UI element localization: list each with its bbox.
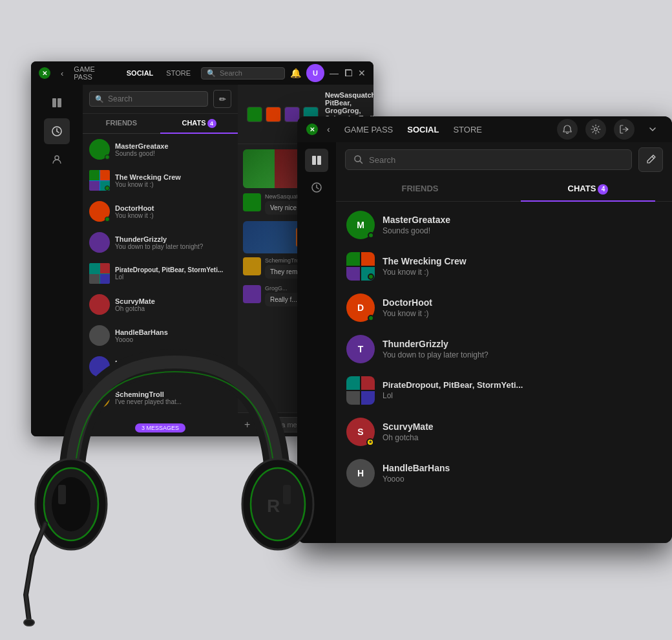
chat-name: PirateDropout, PitBear, StormYeti... [115, 266, 231, 273]
back-chat-list: MasterGreataxe Sounds good! The Wrecking [83, 134, 238, 417]
back-nav-store[interactable]: STORE [166, 69, 191, 77]
avatar [243, 285, 261, 303]
front-search-wrap[interactable] [345, 149, 632, 170]
front-compose-btn[interactable] [638, 147, 663, 172]
front-nav-back[interactable]: ‹ [327, 124, 330, 134]
header-avatar [247, 107, 262, 122]
chat-info: HandleBarHans Yoooo [383, 463, 662, 484]
front-tab-chats[interactable]: CHATS4 [504, 177, 672, 201]
front-nav-gamepass[interactable]: GAME PASS [339, 122, 399, 137]
list-item[interactable]: PirateDropout, PitBear, StormYeti... Lol [341, 370, 667, 411]
back-nav-back[interactable]: ‹ [61, 69, 63, 78]
back-search-input[interactable] [220, 69, 279, 77]
back-search-icon: 🔍 [207, 69, 216, 78]
front-chat-list: M MasterGreataxe Sounds good! [336, 204, 672, 543]
sidebar-user-icon[interactable] [44, 147, 70, 173]
list-item[interactable]: D DoctorHoot You know it :) [341, 287, 667, 328]
chat-info: PirateDropout, PitBear, StormYeti... Lol [383, 380, 662, 400]
chat-info: MasterGreataxe Sounds good! [383, 215, 662, 235]
chat-name: MasterGreataxe [115, 142, 231, 150]
svg-point-12 [44, 468, 98, 540]
add-attachment-icon[interactable]: + [244, 419, 250, 431]
list-item[interactable]: DoctorHoot You know it :) [83, 196, 238, 227]
list-item[interactable]: SchemingTroll I've never played that... [83, 382, 238, 413]
list-item[interactable]: MasterGreataxe Sounds good! [83, 134, 238, 165]
back-minimize-btn[interactable]: — [330, 68, 339, 78]
avatar [89, 232, 110, 253]
front-nav-social[interactable]: SOCIAL [402, 122, 444, 137]
chat-preview: You know it :) [383, 309, 662, 318]
front-tab-friends[interactable]: FRIENDS [336, 177, 504, 201]
chat-preview: Lol [383, 391, 662, 400]
chat-info: DoctorHoot You know it :) [115, 204, 231, 219]
svg-rect-5 [312, 156, 316, 165]
back-user-avatar[interactable]: U [306, 64, 324, 82]
list-item[interactable]: PirateDropout, PitBear, StormYeti... Lol [83, 258, 238, 289]
front-logout-icon[interactable] [614, 119, 635, 140]
header-avatar [266, 107, 281, 122]
chat-preview: Yoooo [115, 336, 231, 343]
chat-info: ScurvyMate Oh gotcha [383, 421, 662, 442]
front-search-input[interactable] [369, 155, 624, 165]
chat-preview: Sounds good! [383, 226, 662, 235]
back-tab-friends[interactable]: FRIENDS [83, 114, 160, 133]
chat-preview: Lol [115, 273, 231, 281]
front-sidebar-library[interactable] [305, 149, 328, 172]
avatar: H [346, 459, 375, 487]
back-close-btn[interactable]: ✕ [358, 68, 366, 78]
online-indicator [105, 217, 110, 222]
front-panel: FRIENDS CHATS4 M MasterGreataxe Sounds g… [336, 142, 672, 543]
back-nav: GAME PASS SOCIAL STORE [74, 65, 191, 81]
online-indicator [368, 273, 374, 280]
chat-name: ScurvyMate [115, 297, 231, 305]
back-panel-search-input[interactable] [108, 94, 202, 103]
chat-name: HandleBarHans [115, 328, 231, 336]
star-badge: ★ [366, 438, 374, 446]
front-bell-icon[interactable] [557, 119, 578, 140]
front-nav-store[interactable]: STORE [448, 122, 487, 137]
avatar [89, 263, 110, 284]
list-item[interactable]: ThunderGrizzly You down to play later to… [83, 227, 238, 258]
avatar [89, 387, 110, 408]
front-settings-icon[interactable] [585, 119, 606, 140]
front-dropdown-icon[interactable] [642, 119, 663, 140]
list-item[interactable]: S ★ ScurvyMate Oh gotcha [341, 411, 667, 453]
back-nav-gamepass[interactable]: GAME PASS [74, 65, 113, 81]
list-item[interactable]: M MasterGreataxe Sounds good! [341, 204, 667, 246]
back-maximize-btn[interactable]: ⧠ [344, 68, 353, 78]
chat-info: ThunderGrizzly You down to play later to… [115, 235, 231, 250]
chat-preview: You know it :) [115, 181, 231, 188]
sidebar-library-icon[interactable] [44, 90, 70, 116]
svg-point-9 [36, 459, 107, 549]
chat-preview: Yoooo [383, 475, 662, 484]
chat-name: MasterGreataxe [383, 215, 662, 225]
list-item[interactable]: HandleBarHans Yoooo [83, 320, 238, 351]
back-nav-social[interactable]: SOCIAL [127, 69, 154, 77]
chat-preview: You down to play later tonight? [383, 350, 662, 359]
back-titlebar-right: 🔍 🔔 U — ⧠ ✕ [201, 64, 366, 82]
back-panel-search[interactable]: 🔍 [89, 91, 208, 107]
back-bell-icon[interactable]: 🔔 [290, 68, 301, 78]
online-indicator [368, 315, 374, 321]
svg-point-10 [44, 468, 98, 540]
front-sidebar-clock[interactable] [305, 176, 328, 199]
back-panel-search-icon: 🔍 [95, 95, 104, 103]
list-item[interactable]: ScurvyMate Oh gotcha [83, 289, 238, 320]
avatar [89, 294, 110, 315]
back-compose-btn[interactable]: ✏ [213, 90, 231, 108]
chat-info: HandleBarHans Yoooo [115, 328, 231, 343]
front-titlebar: ✕ ‹ GAME PASS SOCIAL STORE [297, 116, 672, 142]
list-item[interactable]: T ThunderGrizzly You down to play later … [341, 328, 667, 370]
chat-preview: Oh gotcha [115, 305, 231, 312]
list-item[interactable]: H HandleBarHans Yoooo [341, 453, 667, 494]
sidebar-clock-icon[interactable] [44, 118, 70, 144]
back-search-box[interactable]: 🔍 [201, 67, 285, 80]
list-item[interactable]: Ninjalchi This is perfect [83, 351, 238, 382]
list-item[interactable]: The Wrecking Crew You know it :) [83, 165, 238, 196]
back-tab-chats[interactable]: CHATS4 [160, 114, 238, 133]
chat-info: ThunderGrizzly You down to play later to… [383, 339, 662, 359]
list-item[interactable]: The Wrecking Crew You know it :) [341, 246, 667, 287]
back-titlebar: ✕ ‹ GAME PASS SOCIAL STORE 🔍 🔔 U — ⧠ ✕ [31, 61, 373, 85]
front-xbox-window: ✕ ‹ GAME PASS SOCIAL STORE [297, 116, 672, 543]
svg-point-4 [594, 128, 598, 131]
